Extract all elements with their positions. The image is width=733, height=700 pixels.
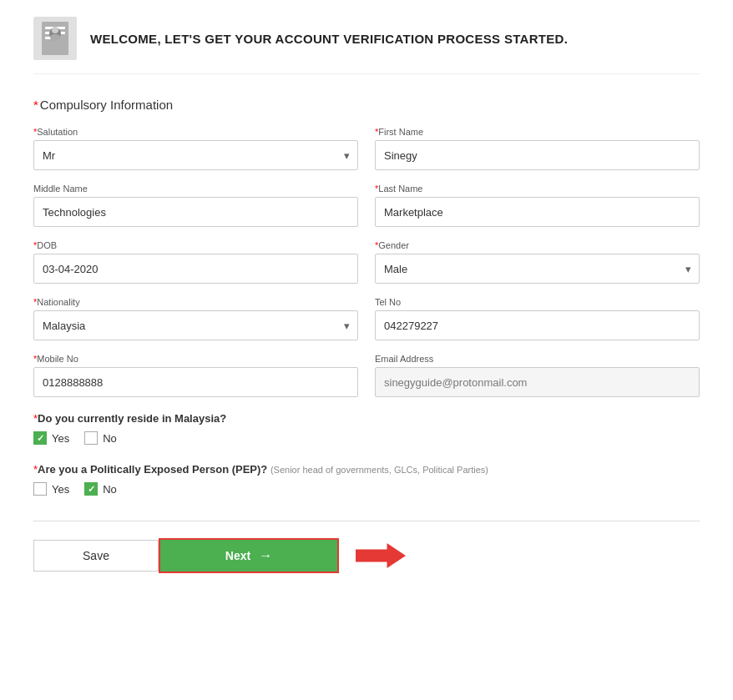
field-email: Email Address xyxy=(375,354,700,397)
pep-no-item[interactable]: No xyxy=(84,482,117,496)
firstname-input[interactable] xyxy=(375,140,700,170)
row-nationality-telno: *Nationality Malaysia Singapore Others T… xyxy=(33,297,700,340)
reside-no-label: No xyxy=(103,432,117,445)
label-email: Email Address xyxy=(375,354,700,364)
page-title: WELCOME, LET'S GET YOUR ACCOUNT VERIFICA… xyxy=(90,32,568,46)
field-nationality: *Nationality Malaysia Singapore Others xyxy=(33,297,358,340)
gender-select[interactable]: Male Female xyxy=(375,254,700,284)
row-salutation-firstname: *Salutation Mr Mrs Ms Dr *First Name xyxy=(33,127,700,170)
row-dob-gender: *DOB *Gender Male Female xyxy=(33,240,700,284)
label-nationality: *Nationality xyxy=(33,297,358,307)
mobileno-input[interactable] xyxy=(33,367,358,397)
label-middlename: Middle Name xyxy=(33,184,358,194)
label-telno: Tel No xyxy=(375,297,700,307)
gender-select-wrapper: Male Female xyxy=(375,254,700,284)
row-middlename-lastname: Middle Name *Last Name xyxy=(33,184,700,227)
next-arrow-icon: → xyxy=(259,548,272,563)
page-header: WELCOME, LET'S GET YOUR ACCOUNT VERIFICA… xyxy=(33,17,700,74)
account-icon xyxy=(33,17,77,60)
pep-yes-checkbox[interactable] xyxy=(33,482,47,496)
next-label: Next xyxy=(225,549,250,562)
reside-yes-label: Yes xyxy=(52,432,69,445)
footer-buttons: Save Next → xyxy=(33,521,700,573)
middlename-input[interactable] xyxy=(33,197,358,227)
row-mobileno-email: *Mobile No Email Address xyxy=(33,354,700,397)
reside-section: *Do you currently reside in Malaysia? Ye… xyxy=(33,412,700,445)
reside-no-item[interactable]: No xyxy=(84,431,117,445)
field-gender: *Gender Male Female xyxy=(375,240,700,284)
reside-checkboxes: Yes No xyxy=(33,431,700,445)
reside-question-label: *Do you currently reside in Malaysia? xyxy=(33,412,700,425)
nationality-select-wrapper: Malaysia Singapore Others xyxy=(33,310,358,340)
field-middlename: Middle Name xyxy=(33,184,358,227)
pep-section: *Are you a Politically Exposed Person (P… xyxy=(33,463,700,496)
reside-no-checkbox[interactable] xyxy=(84,431,98,445)
pep-yes-label: Yes xyxy=(52,483,69,496)
svg-point-6 xyxy=(50,34,60,41)
label-dob: *DOB xyxy=(33,240,358,250)
section-compulsory-title: *Compulsory Information xyxy=(33,98,700,112)
salutation-select[interactable]: Mr Mrs Ms Dr xyxy=(33,140,358,170)
field-firstname: *First Name xyxy=(375,127,700,170)
telno-input[interactable] xyxy=(375,310,700,340)
salutation-select-wrapper: Mr Mrs Ms Dr xyxy=(33,140,358,170)
email-input xyxy=(375,367,700,397)
reside-yes-item[interactable]: Yes xyxy=(33,431,69,445)
pep-no-label: No xyxy=(103,483,117,496)
label-mobileno: *Mobile No xyxy=(33,354,358,364)
lastname-input[interactable] xyxy=(375,197,700,227)
reside-yes-checkbox[interactable] xyxy=(33,431,47,445)
nationality-select[interactable]: Malaysia Singapore Others xyxy=(33,310,358,340)
next-button[interactable]: Next → xyxy=(159,538,339,573)
field-mobileno: *Mobile No xyxy=(33,354,358,397)
svg-point-5 xyxy=(52,27,58,33)
pep-question-label: *Are you a Politically Exposed Person (P… xyxy=(33,463,700,476)
save-button[interactable]: Save xyxy=(33,540,159,572)
pep-no-checkbox[interactable] xyxy=(84,482,98,496)
label-gender: *Gender xyxy=(375,240,700,250)
field-lastname: *Last Name xyxy=(375,184,700,227)
label-salutation: *Salutation xyxy=(33,127,358,137)
field-dob: *DOB xyxy=(33,240,358,284)
field-salutation: *Salutation Mr Mrs Ms Dr xyxy=(33,127,358,170)
label-lastname: *Last Name xyxy=(375,184,700,194)
dob-input[interactable] xyxy=(33,254,358,284)
pep-checkboxes: Yes No xyxy=(33,482,700,496)
arrow-indicator xyxy=(356,539,406,572)
svg-marker-7 xyxy=(356,543,406,568)
field-telno: Tel No xyxy=(375,297,700,340)
label-firstname: *First Name xyxy=(375,127,700,137)
pep-yes-item[interactable]: Yes xyxy=(33,482,69,496)
